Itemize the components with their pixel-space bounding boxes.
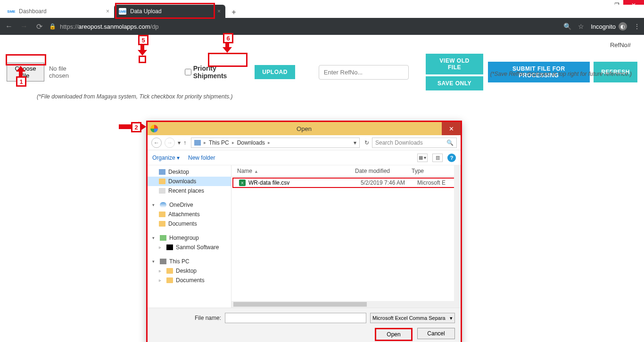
url-path: /dp [150,23,159,30]
dialog-nav-up-button[interactable]: ↑ [183,139,186,146]
file-row-wr-data[interactable]: X WR-data file.csv 5/2/2019 7:46 AM Micr… [232,178,459,188]
hint-left-text: (*File downloaded from Magaya system, Ti… [0,90,644,100]
tree-label: Sanmol Software [176,244,219,251]
tree-group-onedrive[interactable]: ▾OneDrive [148,200,231,210]
breadcrumb-dropdown-icon[interactable]: ▾ [354,139,356,146]
tree-label: OneDrive [169,202,193,208]
tree-label: Documents [176,277,205,284]
open-button-label: Open [387,331,400,338]
dialog-open-button[interactable]: Open [375,328,413,341]
choose-file-button[interactable]: Choose file [7,63,44,81]
dialog-close-button[interactable]: ✕ [442,122,461,135]
dialog-refresh-button[interactable]: ↻ [364,139,369,146]
new-tab-button[interactable]: + [228,7,239,18]
save-only-button[interactable]: SAVE ONLY [426,76,483,90]
preview-pane-button[interactable]: ▥ [432,154,443,162]
file-type-filter-dropdown[interactable]: Microsoft Excel Comma Separa ▾ [370,313,455,323]
priority-label: Priority Shipments [193,65,249,80]
dialog-cancel-button[interactable]: Cancel [417,328,455,339]
file-name-input[interactable] [225,313,366,323]
browser-menu-button[interactable]: ⋮ [634,23,640,30]
tree-group-homegroup[interactable]: ▾Homegroup [148,233,231,243]
browser-tab-data-upload[interactable]: SME Data Upload × [114,5,225,18]
incognito-badge: Incognito ◐ [591,22,627,31]
tab-favicon: SME [8,8,15,15]
refno-input[interactable] [319,65,409,80]
lock-icon: 🔒 [49,23,56,30]
dialog-app-icon [150,125,158,132]
tree-item-downloads[interactable]: Downloads [148,177,231,186]
horizontal-scrollbar[interactable] [231,301,454,308]
browser-tab-dashboard[interactable]: SME Dashboard × [3,5,114,18]
file-columns-header[interactable]: Name▲ Date modified Type [231,165,461,177]
pc-icon [160,259,166,264]
refno-header-label: RefNo# [610,41,631,49]
pc-icon [194,140,201,146]
dialog-breadcrumb[interactable]: ▸ This PC ▸ Downloads ▸ ▾ [191,138,360,148]
tab-close-icon[interactable]: × [217,8,221,15]
view-old-file-button[interactable]: VIEW OLD FILE [426,54,483,74]
organize-menu-button[interactable]: Organize ▾ [152,155,180,161]
dialog-nav-forward-button[interactable]: → [165,138,175,148]
expand-icon[interactable]: ▹ [159,278,164,283]
dialog-body: Desktop Downloads Recent places ▾OneDriv… [148,165,461,308]
incognito-icon: ◐ [619,22,627,31]
nav-forward-button[interactable]: → [19,22,29,31]
dialog-file-pane: Name▲ Date modified Type X WR-data file.… [231,165,461,308]
incognito-label: Incognito [591,23,616,30]
browser-tabstrip: SME Dashboard × SME Data Upload × + [0,5,644,18]
dialog-nav-bar: ← → ▾ ↑ ▸ This PC ▸ Downloads ▸ ▾ ↻ Sear… [148,135,461,150]
tree-item-attachments[interactable]: Attachments [148,210,231,219]
url-host: areopost.sanmolapps.com [78,23,150,30]
bookmark-star-icon[interactable]: ☆ [578,23,584,30]
file-name: WR-data file.csv [248,179,361,186]
breadcrumb-this-pc[interactable]: This PC [209,139,229,146]
nav-back-button[interactable]: ← [4,22,14,31]
dialog-footer: File name: Microsoft Excel Comma Separa … [148,308,461,342]
callout-number-2: 2 [131,122,141,132]
nav-reload-button[interactable]: ⟳ [34,22,44,31]
help-button[interactable]: ? [447,154,456,162]
tree-label: Recent places [168,187,204,194]
expand-icon[interactable]: ▾ [152,236,157,240]
col-label: Name [237,168,252,174]
dialog-nav-back-button[interactable]: ← [151,138,162,148]
new-folder-button[interactable]: New folder [188,155,215,161]
expand-icon[interactable]: ▾ [152,259,157,264]
tree-item-documents[interactable]: Documents [148,219,231,228]
tree-item-desktop2[interactable]: ▹Desktop [148,266,231,276]
dialog-folder-tree[interactable]: Desktop Downloads Recent places ▾OneDriv… [148,165,231,308]
tab-title: Data Upload [130,8,162,15]
expand-icon[interactable]: ▹ [159,245,164,250]
search-icon[interactable]: 🔍 [563,23,571,30]
tree-item-desktop[interactable]: Desktop [148,167,231,177]
expand-icon[interactable]: ▾ [152,203,157,207]
col-name[interactable]: Name▲ [237,168,355,174]
tree-item-sanmol[interactable]: ▹Sanmol Software [148,243,231,252]
tree-label: Desktop [168,169,189,175]
expand-icon[interactable]: ▹ [159,269,164,273]
priority-checkbox[interactable] [185,69,191,75]
col-date[interactable]: Date modified [355,168,412,174]
tree-item-documents2[interactable]: ▹Documents [148,276,231,285]
tree-group-thispc[interactable]: ▾This PC [148,257,231,266]
upload-toolbar: Choose file No file chosen Priority Ship… [0,35,644,90]
upload-button[interactable]: UPLOAD [255,65,295,79]
view-mode-button[interactable]: ▦ ▾ [417,154,428,162]
file-name-label: File name: [195,315,221,321]
tab-close-icon[interactable]: × [106,8,109,15]
priority-shipments-group: Priority Shipments [185,65,249,80]
vertical-scrollbar[interactable] [454,165,461,308]
breadcrumb-downloads[interactable]: Downloads [237,139,265,146]
tree-item-recent[interactable]: Recent places [148,186,231,195]
folder-icon [159,221,165,227]
chevron-down-icon: ▾ [450,315,453,321]
dialog-search-input[interactable]: Search Downloads 🔍 [372,138,457,148]
onedrive-icon [160,202,166,208]
folder-icon [159,179,165,184]
tree-label: Homegroup [169,235,199,241]
scrollbar-thumb[interactable] [233,302,367,307]
dialog-nav-recent-dropdown[interactable]: ▾ [178,139,181,146]
col-type[interactable]: Type [412,168,461,174]
url-field[interactable]: 🔒 https://areopost.sanmolapps.com/dp [49,23,559,30]
